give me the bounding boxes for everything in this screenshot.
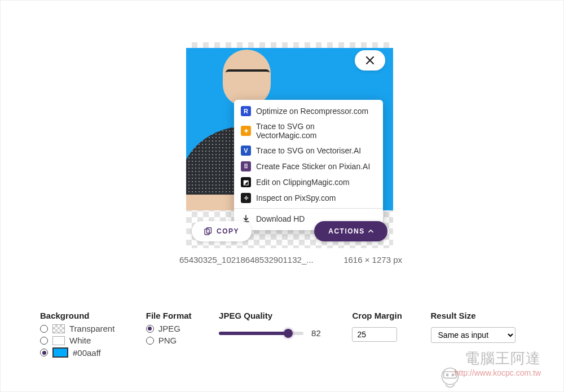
menu-item-label: Inspect on PixSpy.com <box>256 193 336 202</box>
radio-png[interactable] <box>146 337 154 345</box>
result-size-group: Result Size Same as input <box>431 311 524 343</box>
crop-margin-heading: Crop Margin <box>352 311 412 320</box>
watermark-url: http://www.kocpc.com.tw <box>455 368 541 377</box>
mascot-icon <box>435 364 465 392</box>
pixspy-icon: ✧ <box>241 193 251 203</box>
chevron-up-icon <box>368 230 373 233</box>
menu-separator <box>234 208 383 209</box>
actions-menu-item[interactable]: ✧Inspect on PixSpy.com <box>234 190 383 206</box>
jpeg-quality-slider[interactable] <box>219 332 303 335</box>
crop-margin-input[interactable] <box>352 327 397 342</box>
menu-item-label: Trace to SVG on VectorMagic.com <box>256 122 376 140</box>
vectormagic-icon: ✦ <box>241 126 251 136</box>
copy-button[interactable]: COPY <box>192 221 252 241</box>
actions-menu-item[interactable]: ⠿Create Face Sticker on Pixian.AI <box>234 158 383 174</box>
background-opt-transparent[interactable]: Transparent <box>40 324 128 333</box>
download-hd-label: Download HD <box>256 214 305 223</box>
jpeg-quality-heading: JPEG Quality <box>219 311 334 320</box>
result-size-heading: Result Size <box>431 311 524 320</box>
radio-color[interactable] <box>40 349 48 356</box>
svg-point-2 <box>442 368 458 385</box>
swatch-white-icon <box>52 336 65 345</box>
actions-menu: ROptimize on Recompressor.com✦Trace to S… <box>234 100 383 230</box>
vectoriser-icon: V <box>241 146 251 156</box>
background-heading: Background <box>40 311 128 320</box>
copy-icon <box>204 227 212 235</box>
background-group: Background Transparent White #00aaff <box>40 311 128 358</box>
svg-point-5 <box>451 373 454 376</box>
clippingmagic-icon: ◩ <box>241 177 251 187</box>
actions-label: ACTIONS <box>328 227 365 235</box>
swatch-transparent-icon <box>52 324 65 333</box>
jpeg-quality-value: 82 <box>311 328 321 338</box>
image-caption: 65430325_10218648532901132_... 1616 × 12… <box>179 255 402 265</box>
format-opt-png[interactable]: PNG <box>146 336 201 345</box>
actions-button[interactable]: ACTIONS <box>314 221 387 241</box>
image-filename: 65430325_10218648532901132_... <box>179 255 314 265</box>
file-format-heading: File Format <box>146 311 201 320</box>
result-size-select[interactable]: Same as input <box>431 327 515 343</box>
radio-jpeg[interactable] <box>146 325 154 333</box>
actions-menu-item[interactable]: ✦Trace to SVG on VectorMagic.com <box>234 119 383 143</box>
menu-item-label: Optimize on Recompressor.com <box>256 107 368 116</box>
svg-rect-3 <box>444 372 457 378</box>
file-format-group: File Format JPEG PNG <box>146 311 201 345</box>
pixian-icon: ⠿ <box>241 161 251 171</box>
radio-transparent[interactable] <box>40 325 48 333</box>
settings-panel: Background Transparent White #00aaff Fil… <box>40 311 524 358</box>
copy-label: COPY <box>217 227 239 235</box>
background-opt-color[interactable]: #00aaff <box>40 347 128 358</box>
image-card: ROptimize on Recompressor.com✦Trace to S… <box>186 42 393 265</box>
svg-point-4 <box>446 373 449 376</box>
recompressor-icon: R <box>241 106 251 116</box>
close-button[interactable] <box>355 50 385 71</box>
jpeg-quality-group: JPEG Quality 82 <box>219 311 334 338</box>
color-swatch[interactable] <box>52 347 68 358</box>
format-opt-jpeg[interactable]: JPEG <box>146 324 201 333</box>
crop-margin-group: Crop Margin <box>352 311 412 342</box>
color-hex-label: #00aaff <box>73 348 101 358</box>
actions-menu-item[interactable]: ROptimize on Recompressor.com <box>234 103 383 119</box>
radio-white[interactable] <box>40 337 48 345</box>
menu-item-label: Create Face Sticker on Pixian.AI <box>256 162 370 171</box>
actions-menu-item[interactable]: ◩Edit on ClippingMagic.com <box>234 174 383 190</box>
slider-thumb[interactable] <box>284 329 293 338</box>
menu-item-label: Edit on ClippingMagic.com <box>256 178 350 187</box>
actions-menu-item[interactable]: VTrace to SVG on Vectoriser.AI <box>234 143 383 158</box>
background-opt-white[interactable]: White <box>40 336 128 345</box>
image-dimensions: 1616 × 1273 px <box>343 255 402 265</box>
image-preview: ROptimize on Recompressor.com✦Trace to S… <box>186 42 393 248</box>
menu-item-label: Trace to SVG on Vectoriser.AI <box>256 146 361 155</box>
close-icon <box>365 56 374 65</box>
